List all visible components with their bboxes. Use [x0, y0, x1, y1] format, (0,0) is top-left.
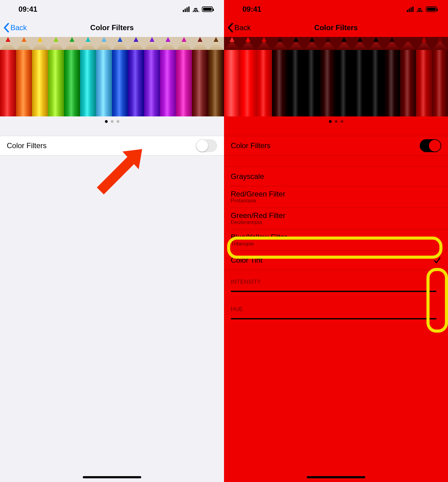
- filter-option-red-green-filter[interactable]: Red/Green FilterProtanopia: [224, 186, 448, 208]
- status-icons: [407, 6, 437, 12]
- signal-icon: [407, 6, 414, 12]
- filter-option-label: Red/Green Filter: [231, 190, 285, 198]
- status-time: 09:41: [242, 5, 261, 14]
- back-label: Back: [234, 23, 251, 32]
- back-button[interactable]: Back: [224, 23, 251, 32]
- filter-option-label: Grayscale: [231, 172, 264, 181]
- left-phone: 09:41 Back Color Filters Color Filters: [0, 0, 224, 482]
- filter-option-blue-yellow-filter[interactable]: Blue/Yellow FilterTritanopia: [224, 229, 448, 251]
- home-indicator[interactable]: [307, 476, 365, 478]
- page-title: Color Filters: [0, 23, 224, 32]
- hue-slider[interactable]: [231, 318, 441, 319]
- filter-options-group: GrayscaleRed/Green FilterProtanopiaGreen…: [224, 167, 448, 270]
- intensity-group: [224, 288, 448, 298]
- filter-option-label: Blue/Yellow Filter: [231, 233, 287, 241]
- status-bar: 09:41: [0, 0, 224, 18]
- pencils-preview[interactable]: [0, 37, 224, 116]
- nav-bar: Back Color Filters: [0, 18, 224, 37]
- page-indicator[interactable]: [0, 116, 224, 126]
- intensity-label: INTENSITY: [224, 270, 448, 288]
- filter-option-color-tint[interactable]: Color Tint: [224, 251, 448, 270]
- battery-icon: [202, 6, 213, 12]
- signal-icon: [183, 6, 190, 12]
- chevron-left-icon: [4, 23, 9, 32]
- back-button[interactable]: Back: [0, 23, 27, 32]
- filter-option-label: Color Tint: [231, 256, 262, 265]
- toggle-group: Color Filters: [224, 136, 448, 156]
- hue-group: [224, 315, 448, 325]
- toggle-label: Color Filters: [231, 141, 270, 150]
- battery-icon: [426, 6, 437, 12]
- right-phone: 09:41 Back Color Filters Color Filters G: [224, 0, 448, 482]
- toggle-label: Color Filters: [7, 141, 46, 150]
- color-filters-row: Color Filters: [224, 136, 448, 155]
- hue-label: HUE: [224, 298, 448, 315]
- color-filters-toggle[interactable]: [196, 139, 217, 152]
- home-indicator[interactable]: [83, 476, 141, 478]
- page-title: Color Filters: [224, 23, 448, 32]
- wifi-icon: [416, 6, 423, 12]
- filter-option-sublabel: Deuteranopia: [231, 219, 285, 225]
- page-indicator[interactable]: [224, 116, 448, 126]
- back-label: Back: [10, 23, 27, 32]
- wifi-icon: [192, 6, 199, 12]
- status-time: 09:41: [18, 5, 37, 14]
- toggle-group: Color Filters: [0, 136, 224, 156]
- chevron-left-icon: [228, 23, 233, 32]
- filter-option-sublabel: Protanopia: [231, 198, 285, 204]
- checkmark-icon: [433, 256, 441, 264]
- filter-option-label: Green/Red Filter: [231, 211, 285, 220]
- status-bar: 09:41: [224, 0, 448, 18]
- nav-bar: Back Color Filters: [224, 18, 448, 37]
- color-filters-row: Color Filters: [0, 136, 224, 155]
- filter-option-sublabel: Tritanopia: [231, 241, 287, 247]
- filter-option-green-red-filter[interactable]: Green/Red FilterDeuteranopia: [224, 208, 448, 229]
- color-filters-toggle[interactable]: [420, 139, 441, 152]
- pencils-preview[interactable]: [224, 37, 448, 116]
- intensity-slider[interactable]: [231, 291, 441, 292]
- filter-option-grayscale[interactable]: Grayscale: [224, 167, 448, 186]
- status-icons: [183, 6, 213, 12]
